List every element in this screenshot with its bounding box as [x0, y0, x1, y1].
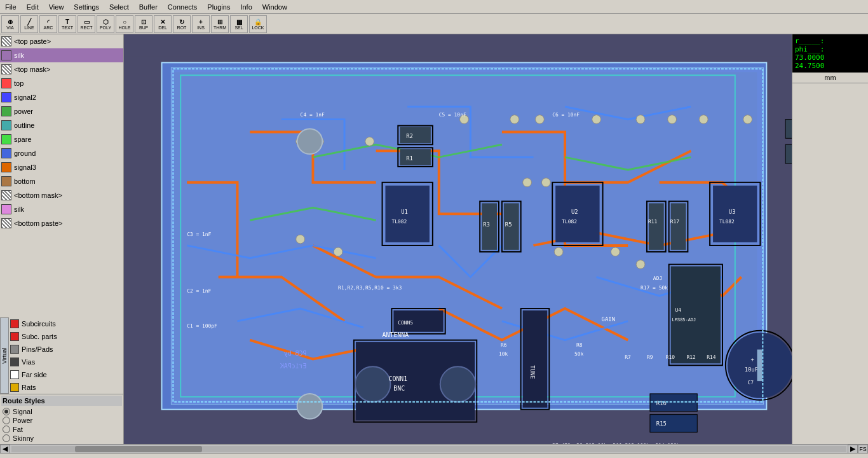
scroll-left-button[interactable]: ◀	[0, 445, 10, 454]
menu-window[interactable]: Window	[257, 2, 292, 12]
virtual-color-rats	[10, 383, 19, 392]
layer-label-top: top	[14, 80, 24, 87]
tool-thrm[interactable]: ⊞THRM	[211, 15, 229, 33]
svg-text:C2 = 1nF: C2 = 1nF	[187, 288, 211, 294]
tool-buf[interactable]: ⊡BUF	[135, 15, 153, 33]
left-panel: <top paste>silk<top mask>topsignal2power…	[0, 34, 124, 444]
tool-ins[interactable]: +INS	[192, 15, 210, 33]
coord-x-row: 73.0000	[795, 53, 865, 62]
tool-line[interactable]: ╱LINE	[20, 15, 38, 33]
route-style-signal[interactable]: Signal	[1, 407, 122, 416]
svg-point-73	[554, 247, 563, 256]
layer-color-power	[1, 106, 11, 116]
svg-text:R15: R15	[656, 420, 667, 427]
layer-item-bottom-mask[interactable]: <bottom mask>	[0, 188, 123, 202]
layer-label-ground: ground	[14, 149, 36, 157]
layer-label-bottom-paste: <bottom paste>	[14, 219, 62, 227]
layer-item-ground[interactable]: ground	[0, 146, 123, 160]
virtual-section: Virtual SubcircuitsSubc. partsPins/PadsV…	[0, 317, 123, 394]
svg-point-47	[440, 366, 476, 402]
svg-text:BNC: BNC	[393, 385, 405, 392]
layer-item-bottom[interactable]: bottom	[0, 174, 123, 188]
ins-icon: +	[199, 18, 203, 25]
virtual-layer-pins-pads[interactable]: Pins/Pads	[9, 343, 123, 356]
toolbar: ⊕VIA ╱LINE ◜ARC TTEXT ▭RECT ⬡POLY ○HOLE …	[0, 14, 868, 34]
svg-point-46	[355, 366, 391, 402]
layer-label-signal3: signal3	[14, 163, 36, 171]
menu-bar: File Edit View Settings Select Buffer Co…	[0, 0, 868, 14]
tool-hole[interactable]: ○HOLE	[116, 15, 133, 33]
layer-label-spare: spare	[14, 135, 32, 143]
menu-select[interactable]: Select	[104, 2, 134, 12]
layer-item-signal3[interactable]: signal3	[0, 160, 123, 174]
layer-item-power[interactable]: power	[0, 104, 123, 118]
layer-label-top-mask: <top mask>	[14, 66, 50, 73]
y-value: 24.7500	[795, 62, 824, 70]
menu-info[interactable]: Info	[235, 2, 257, 12]
menu-file[interactable]: File	[0, 2, 22, 12]
svg-rect-42	[757, 350, 762, 382]
scroll-right-button[interactable]: ▶	[848, 445, 858, 454]
pcb-canvas[interactable]: U1 TL082 U2 TL082 U3 TL082 R2 R1 R3	[124, 34, 792, 444]
layer-item-top-mask[interactable]: <top mask>	[0, 62, 123, 76]
tool-rect[interactable]: ▭RECT	[78, 15, 95, 33]
poly-icon: ⬡	[103, 18, 109, 25]
tool-del[interactable]: ✕DEL	[154, 15, 172, 33]
virtual-layer-vias[interactable]: Vias	[9, 356, 123, 368]
svg-text:R9: R9	[647, 354, 653, 360]
rot-icon: ↻	[179, 18, 184, 25]
menu-edit[interactable]: Edit	[22, 2, 44, 12]
menu-view[interactable]: View	[44, 2, 69, 12]
scroll-track[interactable]	[11, 446, 846, 452]
virtual-label-vias: Vias	[22, 358, 35, 366]
text-icon: T	[65, 18, 69, 25]
svg-rect-51	[523, 310, 548, 408]
layer-item-spare[interactable]: spare	[0, 132, 123, 146]
layer-item-signal2[interactable]: signal2	[0, 90, 123, 104]
layer-item-silk2[interactable]: silk	[0, 202, 123, 216]
coord-r-row: r_____:	[795, 37, 865, 45]
svg-text:U4: U4	[675, 307, 682, 313]
menu-plugins[interactable]: Plugins	[202, 2, 235, 12]
svg-text:R16: R16	[656, 400, 667, 406]
layer-item-bottom-paste[interactable]: <bottom paste>	[0, 216, 123, 230]
horizontal-scrollbar[interactable]: ◀ ▶ FS	[0, 444, 868, 453]
virtual-layer-subcircuits[interactable]: Subcircuits	[9, 317, 123, 330]
virtual-layer-subc-parts[interactable]: Subc. parts	[9, 330, 123, 343]
virtual-layer-far-side[interactable]: Far side	[9, 368, 123, 381]
tool-sel[interactable]: ▦SEL	[230, 15, 248, 33]
layer-item-silk[interactable]: silk	[0, 48, 123, 62]
svg-text:LM385-ADJ: LM385-ADJ	[672, 317, 696, 323]
tool-arc[interactable]: ◜ARC	[39, 15, 57, 33]
menu-buffer[interactable]: Buffer	[134, 2, 163, 12]
layer-item-top-paste[interactable]: <top paste>	[0, 34, 123, 48]
svg-point-63	[636, 115, 645, 124]
tool-poly[interactable]: ⬡POLY	[97, 15, 114, 33]
fs-indicator: FS	[858, 445, 868, 454]
svg-point-72	[636, 260, 645, 269]
menu-settings[interactable]: Settings	[69, 2, 104, 12]
svg-text:50k: 50k	[574, 351, 584, 357]
canvas-area[interactable]: U1 TL082 U2 TL082 U3 TL082 R2 R1 R3	[124, 34, 792, 444]
route-style-power[interactable]: Power	[1, 416, 122, 425]
layer-item-outline[interactable]: outline	[0, 118, 123, 132]
svg-rect-90	[785, 120, 792, 139]
tool-via[interactable]: ⊕VIA	[1, 15, 19, 33]
svg-point-68	[334, 247, 342, 256]
svg-rect-20	[400, 149, 431, 165]
svg-rect-32	[671, 203, 686, 249]
layer-item-top[interactable]: top	[0, 76, 123, 90]
tool-text[interactable]: TTEXT	[58, 15, 76, 33]
layer-color-bottom-mask	[1, 190, 11, 200]
scroll-thumb[interactable]	[75, 446, 202, 452]
layer-color-top-mask	[1, 64, 11, 74]
svg-rect-35	[671, 267, 721, 364]
tool-rot[interactable]: ↻ROT	[173, 15, 191, 33]
route-style-fat[interactable]: Fat	[1, 425, 122, 434]
virtual-layer-rats[interactable]: Rats	[9, 381, 123, 394]
menu-connects[interactable]: Connects	[163, 2, 202, 12]
tool-lock[interactable]: 🔒LOCK	[249, 15, 267, 33]
route-style-skinny[interactable]: Skinny	[1, 434, 122, 443]
svg-text:PCB by: PCB by	[284, 350, 307, 357]
svg-point-71	[611, 247, 620, 256]
